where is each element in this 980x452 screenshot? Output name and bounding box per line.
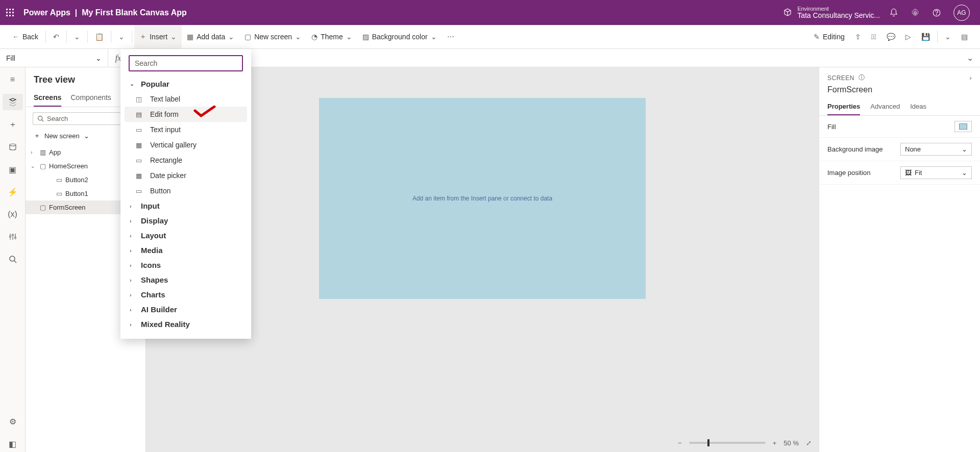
virtual-agent-icon[interactable]: ◧: [3, 436, 23, 452]
imgpos-dropdown[interactable]: 🖼 Fit⌄: [900, 166, 972, 179]
publish-button[interactable]: ▤: [956, 25, 973, 48]
tab-components[interactable]: Components: [70, 90, 111, 107]
group-display[interactable]: ›Display: [125, 213, 247, 228]
back-button[interactable]: ←Back: [7, 25, 43, 48]
svg-rect-1: [9, 9, 11, 10]
user-avatar[interactable]: AG: [953, 5, 970, 21]
app-title: Power Apps | My First Blank Canvas App: [23, 8, 187, 17]
back-icon: ←: [12, 33, 19, 41]
group-ai-builder[interactable]: ›AI Builder: [125, 302, 247, 317]
svg-rect-4: [9, 12, 11, 13]
chevron-down-icon: ⌄: [295, 33, 301, 41]
save-button[interactable]: 💾: [916, 25, 935, 48]
app-icon: ▥: [40, 148, 46, 156]
tab-advanced[interactable]: Advanced: [870, 99, 900, 115]
app-checker-button[interactable]: ✓⃝: [866, 25, 881, 48]
info-icon[interactable]: ⓘ: [859, 73, 865, 82]
waffle-icon[interactable]: [6, 9, 14, 17]
pencil-icon: ✎: [814, 33, 820, 41]
item-button[interactable]: ▭Button: [125, 183, 247, 198]
group-layout[interactable]: ›Layout: [125, 228, 247, 243]
play-button[interactable]: ▷: [900, 25, 916, 48]
item-date-picker[interactable]: ▦Date picker: [125, 168, 247, 183]
publish-icon: ▤: [961, 33, 968, 41]
tab-properties[interactable]: Properties: [827, 99, 860, 115]
help-icon[interactable]: [932, 8, 941, 17]
bgimage-dropdown[interactable]: None⌄: [900, 143, 972, 156]
paste-button[interactable]: 📋: [90, 25, 109, 48]
save-dropdown[interactable]: ⌄: [940, 25, 956, 48]
item-text-label[interactable]: ◫Text label: [125, 91, 247, 107]
advanced-tools-icon[interactable]: [3, 229, 23, 245]
tab-ideas[interactable]: Ideas: [910, 99, 926, 115]
search-rail-icon[interactable]: [3, 251, 23, 267]
svg-point-15: [14, 237, 16, 239]
insert-rail-icon[interactable]: ＋: [3, 116, 23, 133]
undo-button[interactable]: ↶: [48, 25, 64, 48]
chevron-down-icon: ⌄: [962, 145, 967, 153]
settings-rail-icon[interactable]: ⚙: [3, 413, 23, 430]
chevron-down-icon: ⌄: [170, 33, 177, 41]
add-data-button[interactable]: ▦Add data⌄: [182, 25, 239, 48]
item-edit-form[interactable]: ▤Edit form: [125, 107, 247, 122]
data-rail-icon[interactable]: [3, 139, 23, 155]
formula-input[interactable]: n.Fill: [129, 54, 960, 62]
theme-button[interactable]: ◔Theme⌄: [306, 25, 357, 48]
plus-icon: ＋: [139, 32, 146, 41]
group-shapes[interactable]: ›Shapes: [125, 272, 247, 287]
group-media[interactable]: ›Media: [125, 243, 247, 258]
canvas-hint: Add an item from the Insert pane or conn…: [412, 195, 552, 202]
search-placeholder: Search: [47, 115, 68, 122]
insert-search[interactable]: Search: [129, 55, 243, 71]
insert-pane-link[interactable]: Add an item from the Insert pane: [412, 195, 502, 202]
item-vertical-gallery[interactable]: ▦Vertical gallery: [125, 137, 247, 153]
expand-panel-icon[interactable]: ›: [970, 74, 972, 82]
undo-dropdown[interactable]: ⌄: [69, 25, 85, 48]
group-charts[interactable]: ›Charts: [125, 287, 247, 302]
connect-data-link[interactable]: connect to data: [510, 195, 552, 202]
item-rectangle[interactable]: ▭Rectangle: [125, 153, 247, 168]
zoom-in-button[interactable]: +: [773, 439, 777, 447]
background-color-button[interactable]: ▨Background color⌄: [357, 25, 442, 48]
group-icons[interactable]: ›Icons: [125, 258, 247, 272]
annotation-checkmark: [193, 106, 216, 118]
settings-icon[interactable]: [911, 8, 920, 17]
tree-view-icon[interactable]: [3, 94, 23, 110]
hamburger-icon[interactable]: ≡: [3, 71, 23, 88]
undo-icon: ↶: [53, 33, 59, 41]
insert-button[interactable]: ＋Insert⌄: [134, 25, 182, 48]
tab-screens[interactable]: Screens: [34, 90, 61, 107]
chevron-right-icon: ›: [130, 262, 136, 268]
property-selector[interactable]: Fill ⌄: [0, 49, 108, 67]
group-mixed-reality[interactable]: ›Mixed Reality: [125, 317, 247, 332]
chevron-right-icon: ›: [31, 149, 37, 155]
command-bar: ←Back ↶ ⌄ 📋 ⌄ ＋Insert⌄ ▦Add data⌄ ▢New s…: [0, 25, 980, 49]
chevron-down-icon: ⌄: [962, 169, 967, 177]
item-text-input[interactable]: ▭Text input: [125, 122, 247, 137]
notifications-icon[interactable]: [889, 8, 898, 17]
more-button[interactable]: ⋯: [442, 25, 459, 48]
screen-icon: ▢: [244, 33, 251, 41]
group-popular[interactable]: ⌄Popular: [125, 77, 247, 91]
share-button[interactable]: ⇪: [850, 25, 866, 48]
fit-to-window-icon[interactable]: ⤢: [806, 439, 812, 447]
variables-icon[interactable]: (x): [3, 206, 23, 222]
screen-icon: ▢: [40, 162, 46, 170]
zoom-slider[interactable]: [689, 442, 766, 444]
prop-imgpos-label: Image position: [827, 169, 900, 177]
design-canvas[interactable]: Add an item from the Insert pane or conn…: [319, 98, 646, 299]
paste-dropdown[interactable]: ⌄: [113, 25, 130, 48]
environment-picker[interactable]: Environment Tata Consultancy Servic...: [783, 6, 880, 19]
zoom-out-button[interactable]: −: [678, 439, 682, 447]
new-screen-button[interactable]: ▢New screen⌄: [239, 25, 306, 48]
screen-icon: ▢: [40, 204, 46, 211]
expand-formula-icon[interactable]: ⌄: [960, 53, 980, 63]
comments-button[interactable]: 💬: [881, 25, 900, 48]
editing-mode[interactable]: ✎Editing: [808, 25, 850, 48]
power-automate-icon[interactable]: ⚡: [3, 184, 23, 200]
group-input[interactable]: ›Input: [125, 198, 247, 213]
chevron-down-icon: ⌄: [31, 163, 37, 169]
media-rail-icon[interactable]: ▣: [3, 161, 23, 178]
fill-color-swatch[interactable]: [954, 121, 972, 132]
svg-point-11: [937, 14, 937, 15]
